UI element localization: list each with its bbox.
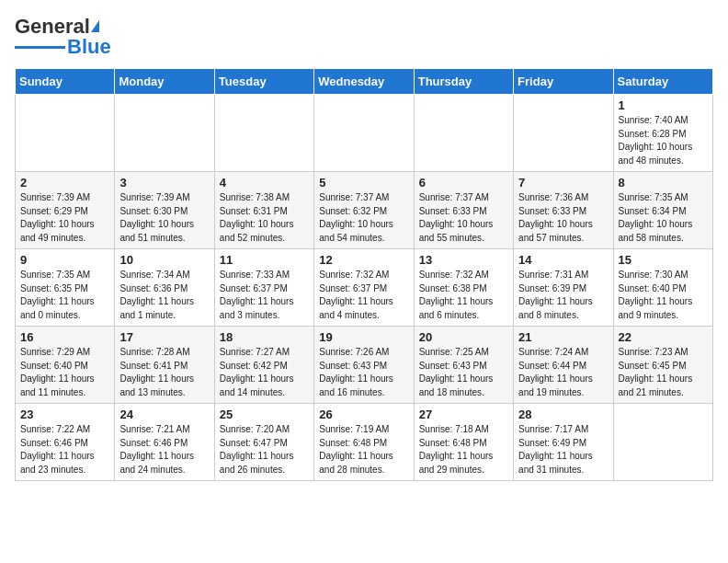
day-number: 14 [518,253,608,267]
day-info: Sunrise: 7:33 AM Sunset: 6:37 PM Dayligh… [220,269,309,322]
day-number: 16 [20,330,109,344]
calendar-cell: 19Sunrise: 7:26 AM Sunset: 6:43 PM Dayli… [314,327,414,404]
day-info: Sunrise: 7:35 AM Sunset: 6:34 PM Dayligh… [619,191,708,245]
day-number: 23 [20,408,109,421]
calendar-cell: 15Sunrise: 7:30 AM Sunset: 6:40 PM Dayli… [613,249,712,327]
calendar-cell: 7Sunrise: 7:36 AM Sunset: 6:33 PM Daylig… [514,172,613,249]
page-header: General Blue [15,15,713,59]
calendar-cell [16,95,115,172]
day-info: Sunrise: 7:21 AM Sunset: 6:46 PM Dayligh… [119,423,209,477]
calendar-cell: 27Sunrise: 7:18 AM Sunset: 6:48 PM Dayli… [414,404,513,481]
day-info: Sunrise: 7:23 AM Sunset: 6:45 PM Dayligh… [619,346,708,399]
calendar-cell [613,404,712,481]
calendar-week-4: 16Sunrise: 7:29 AM Sunset: 6:40 PM Dayli… [16,327,713,404]
day-number: 11 [220,253,309,267]
calendar-cell: 26Sunrise: 7:19 AM Sunset: 6:48 PM Dayli… [314,404,414,481]
day-info: Sunrise: 7:39 AM Sunset: 6:29 PM Dayligh… [20,191,109,245]
day-info: Sunrise: 7:22 AM Sunset: 6:46 PM Dayligh… [20,423,109,477]
calendar-cell: 1Sunrise: 7:40 AM Sunset: 6:28 PM Daylig… [613,95,712,172]
weekday-header-saturday: Saturday [613,69,712,95]
calendar-cell: 20Sunrise: 7:25 AM Sunset: 6:43 PM Dayli… [414,327,513,404]
calendar-cell [115,95,214,172]
calendar-cell: 18Sunrise: 7:27 AM Sunset: 6:42 PM Dayli… [214,327,313,404]
calendar-cell: 24Sunrise: 7:21 AM Sunset: 6:46 PM Dayli… [115,404,214,481]
weekday-header-thursday: Thursday [414,69,513,95]
logo-underline [15,46,65,49]
day-info: Sunrise: 7:37 AM Sunset: 6:33 PM Dayligh… [419,191,508,245]
weekday-header-row: SundayMondayTuesdayWednesdayThursdayFrid… [16,69,713,95]
day-info: Sunrise: 7:24 AM Sunset: 6:44 PM Dayligh… [518,346,608,399]
calendar-cell: 11Sunrise: 7:33 AM Sunset: 6:37 PM Dayli… [214,249,313,327]
weekday-header-tuesday: Tuesday [214,69,313,95]
day-info: Sunrise: 7:38 AM Sunset: 6:31 PM Dayligh… [220,191,309,245]
day-info: Sunrise: 7:17 AM Sunset: 6:49 PM Dayligh… [518,423,608,477]
day-info: Sunrise: 7:29 AM Sunset: 6:40 PM Dayligh… [20,346,109,399]
logo-triangle-icon [91,20,99,32]
weekday-header-sunday: Sunday [16,69,115,95]
day-number: 8 [619,176,708,190]
day-info: Sunrise: 7:37 AM Sunset: 6:32 PM Dayligh… [319,191,408,245]
day-number: 3 [119,176,209,190]
day-info: Sunrise: 7:32 AM Sunset: 6:37 PM Dayligh… [319,269,408,322]
calendar-cell: 9Sunrise: 7:35 AM Sunset: 6:35 PM Daylig… [16,249,115,327]
calendar-week-5: 23Sunrise: 7:22 AM Sunset: 6:46 PM Dayli… [16,404,713,481]
day-number: 7 [518,176,608,190]
calendar-week-3: 9Sunrise: 7:35 AM Sunset: 6:35 PM Daylig… [16,249,713,327]
day-info: Sunrise: 7:28 AM Sunset: 6:41 PM Dayligh… [119,346,209,399]
calendar-cell: 13Sunrise: 7:32 AM Sunset: 6:38 PM Dayli… [414,249,513,327]
day-info: Sunrise: 7:32 AM Sunset: 6:38 PM Dayligh… [419,269,508,322]
day-number: 6 [419,176,508,190]
day-info: Sunrise: 7:27 AM Sunset: 6:42 PM Dayligh… [220,346,309,399]
calendar-table: SundayMondayTuesdayWednesdayThursdayFrid… [15,68,713,481]
weekday-header-monday: Monday [115,69,214,95]
day-info: Sunrise: 7:18 AM Sunset: 6:48 PM Dayligh… [419,423,508,477]
day-number: 22 [619,330,708,344]
calendar-cell: 25Sunrise: 7:20 AM Sunset: 6:47 PM Dayli… [214,404,313,481]
day-number: 26 [319,408,408,421]
calendar-week-1: 1Sunrise: 7:40 AM Sunset: 6:28 PM Daylig… [16,95,713,172]
calendar-cell: 21Sunrise: 7:24 AM Sunset: 6:44 PM Dayli… [514,327,613,404]
day-number: 28 [518,408,608,421]
calendar-cell: 10Sunrise: 7:34 AM Sunset: 6:36 PM Dayli… [115,249,214,327]
day-info: Sunrise: 7:19 AM Sunset: 6:48 PM Dayligh… [319,423,408,477]
calendar-cell [314,95,414,172]
calendar-cell [514,95,613,172]
day-number: 4 [220,176,309,190]
calendar-cell: 17Sunrise: 7:28 AM Sunset: 6:41 PM Dayli… [115,327,214,404]
calendar-cell: 16Sunrise: 7:29 AM Sunset: 6:40 PM Dayli… [16,327,115,404]
day-info: Sunrise: 7:39 AM Sunset: 6:30 PM Dayligh… [119,191,209,245]
day-number: 27 [419,408,508,421]
day-number: 25 [220,408,309,421]
day-number: 2 [20,176,109,190]
day-number: 17 [119,330,209,344]
day-number: 10 [119,253,209,267]
calendar-cell [414,95,513,172]
day-info: Sunrise: 7:31 AM Sunset: 6:39 PM Dayligh… [518,269,608,322]
day-number: 9 [20,253,109,267]
day-info: Sunrise: 7:34 AM Sunset: 6:36 PM Dayligh… [119,269,209,322]
calendar-cell: 28Sunrise: 7:17 AM Sunset: 6:49 PM Dayli… [514,404,613,481]
day-number: 12 [319,253,408,267]
day-number: 15 [619,253,708,267]
day-number: 24 [119,408,209,421]
day-number: 21 [518,330,608,344]
day-number: 5 [319,176,408,190]
day-info: Sunrise: 7:40 AM Sunset: 6:28 PM Dayligh… [619,114,708,167]
day-info: Sunrise: 7:35 AM Sunset: 6:35 PM Dayligh… [20,269,109,322]
weekday-header-friday: Friday [514,69,613,95]
day-info: Sunrise: 7:25 AM Sunset: 6:43 PM Dayligh… [419,346,508,399]
calendar-cell: 22Sunrise: 7:23 AM Sunset: 6:45 PM Dayli… [613,327,712,404]
day-number: 18 [220,330,309,344]
day-info: Sunrise: 7:20 AM Sunset: 6:47 PM Dayligh… [220,423,309,477]
calendar-cell: 2Sunrise: 7:39 AM Sunset: 6:29 PM Daylig… [16,172,115,249]
calendar-cell [214,95,313,172]
day-info: Sunrise: 7:30 AM Sunset: 6:40 PM Dayligh… [619,269,708,322]
calendar-cell: 6Sunrise: 7:37 AM Sunset: 6:33 PM Daylig… [414,172,513,249]
calendar-cell: 3Sunrise: 7:39 AM Sunset: 6:30 PM Daylig… [115,172,214,249]
day-info: Sunrise: 7:36 AM Sunset: 6:33 PM Dayligh… [518,191,608,245]
calendar-cell: 8Sunrise: 7:35 AM Sunset: 6:34 PM Daylig… [613,172,712,249]
calendar-cell: 5Sunrise: 7:37 AM Sunset: 6:32 PM Daylig… [314,172,414,249]
logo: General Blue [15,15,111,59]
calendar-cell: 4Sunrise: 7:38 AM Sunset: 6:31 PM Daylig… [214,172,313,249]
calendar-cell: 23Sunrise: 7:22 AM Sunset: 6:46 PM Dayli… [16,404,115,481]
